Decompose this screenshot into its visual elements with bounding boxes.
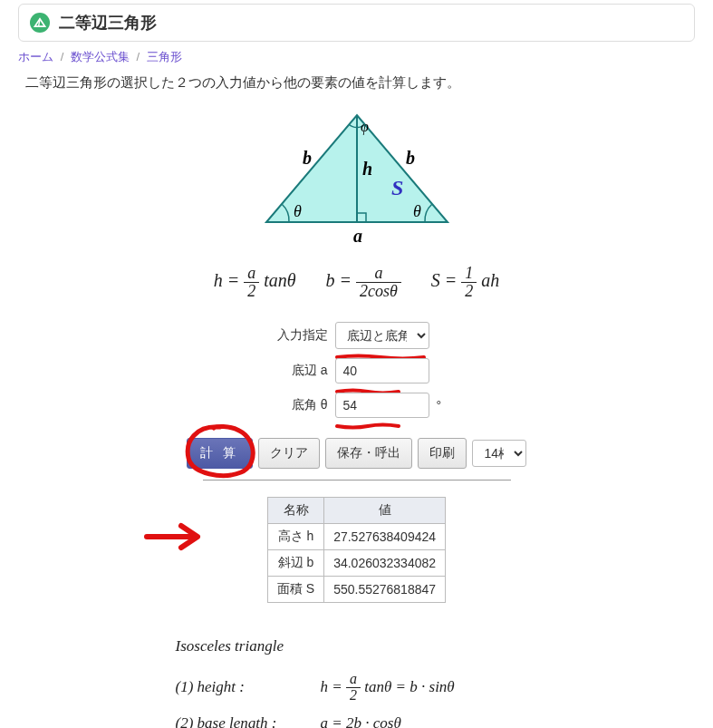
separator	[203, 480, 511, 480]
svg-text:a: a	[353, 226, 362, 246]
svg-text:h: h	[362, 159, 372, 179]
proof: Isosceles triangle (1) height : h = a2 t…	[176, 628, 538, 728]
breadcrumb-sep: /	[61, 50, 64, 63]
svg-text:φ: φ	[361, 119, 369, 135]
angle-input[interactable]	[335, 393, 429, 418]
svg-text:b: b	[406, 148, 415, 168]
page-title: 二等辺三角形	[59, 12, 157, 34]
input-spec-label: 入力指定	[265, 327, 328, 344]
save-button[interactable]: 保存・呼出	[325, 438, 412, 469]
breadcrumb-home[interactable]: ホーム	[18, 50, 53, 63]
table-row: 斜辺 b 34.026032334082	[267, 549, 445, 576]
clear-button[interactable]: クリア	[258, 438, 320, 469]
col-name: 名称	[267, 497, 323, 523]
angle-unit: °	[437, 398, 449, 413]
base-input[interactable]	[335, 358, 429, 383]
svg-text:S: S	[391, 176, 403, 199]
breadcrumb-formulas[interactable]: 数学公式集	[71, 50, 130, 63]
angle-label: 底角 θ	[265, 397, 328, 413]
breadcrumb-sep: /	[137, 50, 140, 63]
row-name: 高さ h	[267, 523, 323, 549]
proof-heading: Isosceles triangle	[176, 628, 538, 665]
print-button[interactable]: 印刷	[418, 438, 467, 469]
row-name: 斜辺 b	[267, 549, 323, 576]
row-value: 34.026032334082	[324, 549, 446, 576]
calc-button[interactable]: 計 算	[187, 438, 254, 469]
row-value: 27.527638409424	[324, 523, 446, 549]
page-header: 二等辺三角形	[18, 4, 695, 42]
table-row: 面積 S 550.55276818847	[267, 576, 445, 602]
results-table: 名称 値 高さ h 27.527638409424 斜辺 b 34.026032…	[267, 497, 446, 603]
row-value: 550.55276818847	[324, 576, 446, 602]
breadcrumb: ホーム / 数学公式集 / 三角形	[18, 49, 695, 65]
figure: b b h S a φ θ θ	[0, 104, 713, 252]
description: 二等辺三角形の選択した２つの入力値から他の要素の値を計算します。	[25, 74, 695, 92]
breadcrumb-triangle[interactable]: 三角形	[147, 50, 182, 63]
precision-select[interactable]: 14桁	[472, 440, 526, 467]
col-value: 値	[324, 497, 446, 523]
base-label: 底辺 a	[265, 363, 328, 379]
table-row: 高さ h 27.527638409424	[267, 523, 445, 549]
svg-text:b: b	[303, 148, 312, 168]
triangle-icon	[30, 13, 50, 33]
formula-row: h = a2 tanθ b = a2cosθ S = 12 ah	[0, 265, 713, 300]
controls: 入力指定 底辺と底角 底辺 a 底角 θ °	[158, 322, 556, 603]
button-row: 計 算 クリア 保存・呼出 印刷 14桁	[158, 438, 556, 469]
svg-text:θ: θ	[294, 202, 302, 220]
svg-text:θ: θ	[413, 202, 421, 220]
row-name: 面積 S	[267, 576, 323, 602]
input-spec-select[interactable]: 底辺と底角	[335, 322, 429, 349]
